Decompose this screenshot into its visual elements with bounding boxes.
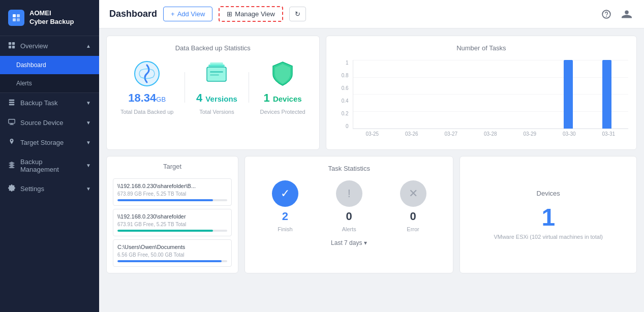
- target-storage-label: Target Storage: [20, 139, 64, 146]
- gear-icon: [8, 184, 15, 193]
- shield-icon: [269, 60, 296, 87]
- devices-protected-stat: 1 Devices Devices Protected: [260, 60, 305, 115]
- devices-description: VMware ESXi (102 virtual machines in tot…: [494, 234, 603, 240]
- refresh-button[interactable]: ↻: [289, 7, 306, 21]
- alerts-icon: !: [336, 180, 362, 207]
- period-label: Last 7 days: [331, 239, 362, 246]
- alerts-count: 0: [346, 210, 352, 223]
- bar-0330: [564, 60, 573, 129]
- progress-bar-2: [117, 260, 227, 262]
- versions-stat: 4 Versions Total Versions: [196, 60, 237, 115]
- versions-value: 4 Versions: [196, 91, 237, 105]
- chevron-down-icon: ▼: [86, 163, 91, 168]
- progress-bar-0: [117, 199, 227, 201]
- overview-label: Overview: [20, 42, 48, 50]
- sidebar-item-backup-management[interactable]: Backup Management ▼: [0, 152, 99, 179]
- svg-point-14: [606, 16, 607, 17]
- monitor-icon: [8, 118, 15, 127]
- stats-card: Data Backed up Statistics 18.34GB Total …: [106, 36, 320, 150]
- chevron-down-icon: ▼: [86, 120, 91, 126]
- sidebar-item-alerts[interactable]: Alerts: [0, 74, 99, 92]
- plus-icon: +: [171, 10, 175, 18]
- chevron-down-icon: ▼: [86, 140, 91, 145]
- sidebar-item-target-storage[interactable]: Target Storage ▼: [0, 133, 99, 152]
- task-period-selector[interactable]: Last 7 days ▾: [253, 239, 445, 246]
- logo-area: AOMEI Cyber Backup: [0, 0, 99, 36]
- svg-rect-10: [9, 104, 15, 105]
- sidebar-item-settings[interactable]: Settings ▼: [0, 179, 99, 199]
- manage-icon: ⊞: [227, 10, 232, 18]
- finish-count: 2: [282, 210, 288, 223]
- svg-rect-9: [9, 102, 15, 103]
- svg-rect-2: [13, 18, 16, 21]
- grid-icon: [8, 42, 15, 50]
- layers-icon: [8, 161, 15, 170]
- target-item-2: C:\Users\Owen\Documents 6.56 GB Free, 50…: [113, 239, 232, 267]
- svg-rect-12: [10, 123, 13, 124]
- task-stats: ✓ 2 Finish ! 0 Alerts ✕ 0 Error: [253, 180, 445, 232]
- chart-yaxis: 1 0.8 0.6 0.4 0.2 0: [334, 60, 351, 129]
- sidebar: AOMEI Cyber Backup Overview ▲ Dashboard …: [0, 0, 99, 312]
- manage-view-label: Manage View: [235, 10, 275, 18]
- target-card: Target \\192.168.0.230\sharefolder\B... …: [106, 156, 238, 273]
- devices-protected-label: Devices Protected: [260, 109, 305, 115]
- alerts-label: Alerts: [342, 226, 356, 232]
- app-name: AOMEI Cyber Backup: [29, 9, 74, 26]
- devices-count: 1: [541, 205, 555, 230]
- bottom-row: Target \\192.168.0.230\sharefolder\B... …: [106, 156, 637, 273]
- target-title: Target: [113, 163, 232, 170]
- source-device-label: Source Device: [20, 119, 64, 127]
- svg-rect-3: [17, 18, 20, 21]
- finish-icon: ✓: [272, 180, 298, 207]
- total-data-stat: 18.34GB Total Data Backed up: [120, 60, 174, 115]
- devices-card: Devices 1 VMware ESXi (102 virtual machi…: [459, 156, 637, 273]
- sidebar-item-backup-task[interactable]: Backup Task ▼: [0, 92, 99, 113]
- sidebar-item-source-device[interactable]: Source Device ▼: [0, 113, 99, 133]
- manage-view-button[interactable]: ⊞ Manage View: [219, 6, 283, 22]
- svg-rect-1: [17, 14, 20, 17]
- chevron-down-icon: ▼: [86, 100, 91, 106]
- bar-0331: [602, 60, 611, 129]
- task-title: Task Statistics: [253, 165, 445, 172]
- backup-mgmt-label: Backup Management: [20, 158, 81, 173]
- topbar: Dashboard + Add View ⊞ Manage View ↻: [99, 0, 644, 28]
- chart-title: Number of Tasks: [334, 44, 628, 52]
- target-size-0: 673.89 GB Free, 5.25 TB Total: [117, 191, 227, 197]
- user-button[interactable]: [620, 7, 634, 21]
- main-content: Dashboard + Add View ⊞ Manage View ↻: [99, 0, 644, 312]
- help-button[interactable]: [599, 7, 614, 21]
- data-icon: [133, 60, 161, 87]
- dashboard-label: Dashboard: [16, 61, 46, 69]
- alerts-stat: ! 0 Alerts: [336, 180, 362, 232]
- error-icon: ✕: [400, 180, 426, 207]
- error-count: 0: [410, 210, 416, 223]
- location-icon: [8, 138, 15, 147]
- target-list: \\192.168.0.230\sharefolder\B... 673.89 …: [113, 178, 232, 267]
- target-item-0: \\192.168.0.230\sharefolder\B... 673.89 …: [113, 178, 232, 206]
- alerts-label: Alerts: [16, 80, 32, 87]
- svg-rect-5: [12, 42, 15, 45]
- chart-area: 1 0.8 0.6 0.4 0.2 0: [334, 60, 628, 141]
- chart-plot: [353, 60, 628, 129]
- sidebar-item-dashboard[interactable]: Dashboard: [0, 56, 99, 74]
- target-path-0: \\192.168.0.230\sharefolder\B...: [117, 183, 227, 189]
- svg-rect-11: [9, 119, 15, 123]
- target-item-1: \\192.168.0.230\sharefolder 673.91 GB Fr…: [113, 209, 232, 236]
- chart-xaxis: 03-25 03-26 03-27 03-28 03-29 03-30 03-3…: [353, 131, 628, 141]
- svg-rect-20: [210, 74, 219, 76]
- add-view-button[interactable]: + Add View: [163, 7, 212, 21]
- overview-submenu: Dashboard Alerts: [0, 56, 99, 92]
- error-stat: ✕ 0 Error: [400, 180, 426, 232]
- total-data-value: 18.34GB: [128, 91, 166, 105]
- add-view-label: Add View: [177, 10, 205, 18]
- target-path-1: \\192.168.0.230\sharefolder: [117, 213, 227, 220]
- chevron-up-icon: ▲: [86, 43, 91, 49]
- sidebar-item-overview[interactable]: Overview ▲: [0, 36, 99, 56]
- finish-stat: ✓ 2 Finish: [272, 180, 298, 232]
- stats-title: Data Backed up Statistics: [115, 44, 311, 52]
- svg-rect-13: [10, 124, 14, 125]
- target-path-2: C:\Users\Owen\Documents: [117, 244, 227, 250]
- progress-bar-1: [117, 230, 227, 232]
- svg-rect-6: [9, 46, 11, 48]
- error-label: Error: [407, 226, 419, 232]
